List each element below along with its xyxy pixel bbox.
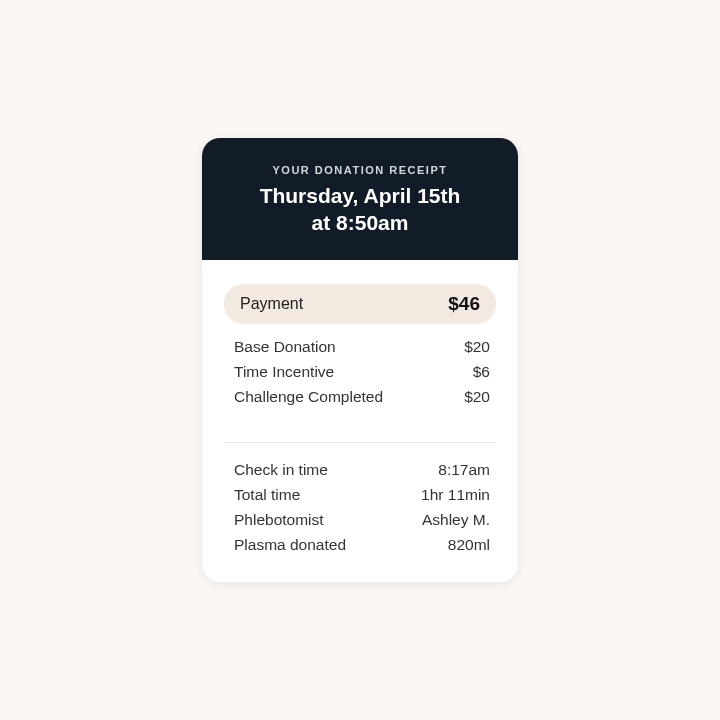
- line-item-value: $20: [464, 338, 490, 356]
- line-item-label: Challenge Completed: [234, 388, 383, 406]
- payment-line-items: Base Donation $20 Time Incentive $6 Chal…: [224, 338, 496, 406]
- detail-value: 8:17am: [438, 461, 490, 479]
- detail-value: 1hr 11min: [421, 486, 490, 504]
- detail-row: Check in time 8:17am: [234, 461, 490, 479]
- detail-label: Plasma donated: [234, 536, 346, 554]
- detail-label: Phlebotomist: [234, 511, 324, 529]
- receipt-eyebrow: YOUR DONATION RECEIPT: [222, 164, 498, 176]
- receipt-title-line2: at 8:50am: [312, 211, 409, 234]
- section-divider: [224, 442, 496, 443]
- receipt-header: YOUR DONATION RECEIPT Thursday, April 15…: [202, 138, 518, 260]
- payment-label: Payment: [240, 295, 303, 313]
- line-item-label: Base Donation: [234, 338, 336, 356]
- line-item-label: Time Incentive: [234, 363, 334, 381]
- payment-summary: Payment $46: [224, 284, 496, 324]
- detail-label: Total time: [234, 486, 300, 504]
- line-item: Base Donation $20: [234, 338, 490, 356]
- receipt-title: Thursday, April 15th at 8:50am: [222, 183, 498, 236]
- detail-row: Phlebotomist Ashley M.: [234, 511, 490, 529]
- receipt-body: Payment $46 Base Donation $20 Time Incen…: [202, 260, 518, 582]
- line-item-value: $20: [464, 388, 490, 406]
- payment-amount: $46: [448, 293, 480, 315]
- donation-details: Check in time 8:17am Total time 1hr 11mi…: [224, 461, 496, 554]
- detail-value: Ashley M.: [422, 511, 490, 529]
- detail-row: Total time 1hr 11min: [234, 486, 490, 504]
- line-item-value: $6: [473, 363, 490, 381]
- receipt-title-line1: Thursday, April 15th: [260, 184, 461, 207]
- detail-value: 820ml: [448, 536, 490, 554]
- detail-label: Check in time: [234, 461, 328, 479]
- receipt-card: YOUR DONATION RECEIPT Thursday, April 15…: [202, 138, 518, 582]
- detail-row: Plasma donated 820ml: [234, 536, 490, 554]
- line-item: Challenge Completed $20: [234, 388, 490, 406]
- line-item: Time Incentive $6: [234, 363, 490, 381]
